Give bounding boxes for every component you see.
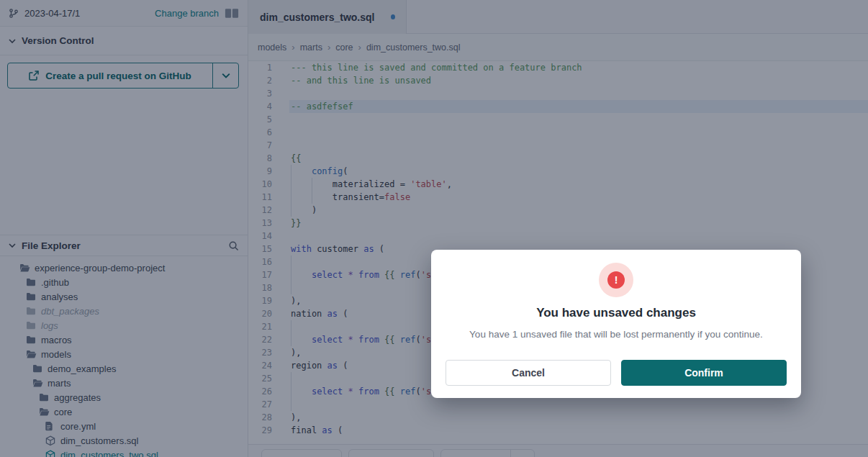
confirm-button[interactable]: Confirm [621,360,787,386]
modal-title: You have unsaved changes [431,306,801,320]
exclamation-icon: ! [607,271,625,289]
cancel-button[interactable]: Cancel [446,360,611,386]
unsaved-changes-modal: ! You have unsaved changes You have 1 un… [431,250,801,398]
modal-body-text: You have 1 unsaved file that will be los… [431,329,801,340]
alert-icon: ! [599,263,633,297]
